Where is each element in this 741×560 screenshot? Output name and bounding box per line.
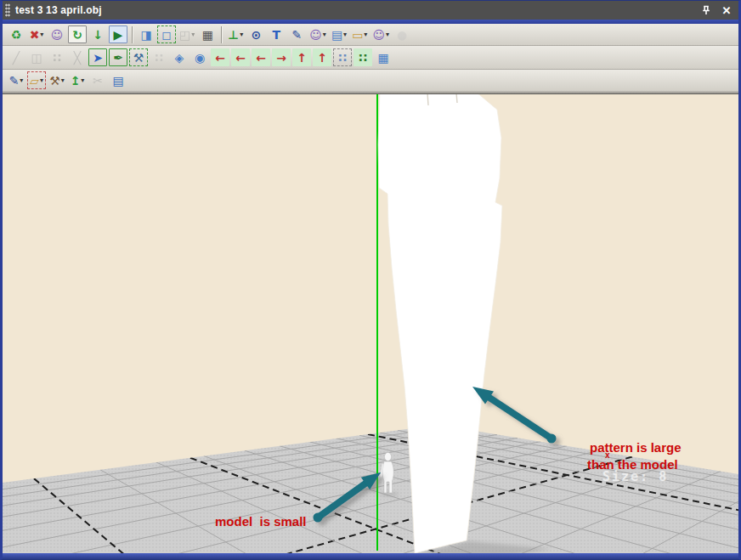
pattern-piece-tool-icon: ▱ bbox=[30, 75, 39, 87]
lift-piece-up-button[interactable]: ↑ bbox=[292, 48, 311, 66]
transform-tool-button[interactable]: ◰▾ bbox=[178, 25, 196, 43]
pin-icon[interactable] bbox=[699, 3, 713, 17]
properties-editor-icon: ▤ bbox=[112, 75, 123, 87]
close-garment-dropdown[interactable]: ▾ bbox=[40, 31, 43, 38]
transform-tool-dropdown[interactable]: ▾ bbox=[191, 31, 195, 38]
paint-tool-button[interactable]: ✒ bbox=[109, 48, 127, 66]
push-cube-right-button[interactable]: → bbox=[272, 48, 291, 66]
mesh-edit-tool-button[interactable]: ⚒ bbox=[129, 48, 148, 66]
toolbar-row-1: ♻✖▾☺↻↓▶◨◻◰▾▦⊥▾⊙T✎☺▾▤▾▭▾☺▾● bbox=[3, 24, 738, 46]
snap-tool-button[interactable]: ╱ bbox=[7, 48, 25, 66]
mesh-region-green-button[interactable]: ∷ bbox=[354, 48, 372, 66]
properties-editor-button[interactable]: ▤ bbox=[109, 71, 127, 89]
import-garment-icon: ↓ bbox=[93, 29, 103, 41]
refresh-scene-button[interactable]: ♻ bbox=[7, 25, 25, 43]
snap-tool-icon: ╱ bbox=[13, 52, 20, 64]
build-pattern-tool-button[interactable]: ⚒▾ bbox=[48, 71, 66, 89]
document-title: test 3 13 april.obj bbox=[15, 4, 102, 16]
vertical-axis-line bbox=[376, 94, 378, 551]
draw-line-tool-dropdown[interactable]: ▾ bbox=[20, 77, 23, 84]
avatar-edit-button[interactable]: ☺▾ bbox=[370, 25, 391, 43]
move-panel-left-icon: ← bbox=[215, 52, 225, 64]
build-pattern-tool-dropdown[interactable]: ▾ bbox=[61, 77, 65, 84]
model-size-annotation: model is small bbox=[215, 514, 307, 529]
pattern-piece-tool-button[interactable]: ▱▾ bbox=[27, 71, 46, 89]
cut-tool-icon: ✂ bbox=[93, 75, 103, 87]
mesh-region-button[interactable]: ∷ bbox=[333, 48, 352, 66]
arrange-pieces-button[interactable]: ∷ bbox=[48, 48, 66, 66]
display-settings-icon: ▤ bbox=[331, 29, 342, 41]
annotation-x-mark: x bbox=[605, 450, 610, 460]
viewport-canvas bbox=[3, 94, 738, 553]
export-pattern-tool-icon: ↥ bbox=[71, 75, 81, 87]
cylinder-view-icon: ◨ bbox=[140, 29, 151, 41]
display-settings-button[interactable]: ▤▾ bbox=[330, 25, 348, 43]
uv-grid-button[interactable]: ▦ bbox=[374, 48, 393, 66]
flip-tool-button[interactable]: ╳ bbox=[68, 48, 87, 66]
raise-cube-up-button[interactable]: ↑ bbox=[313, 48, 331, 66]
toolbar-row-3: ✎▾▱▾⚒▾↥▾✂▤ bbox=[3, 70, 738, 91]
run-simulation-button[interactable]: ▶ bbox=[109, 25, 127, 43]
export-pattern-tool-button[interactable]: ↥▾ bbox=[68, 71, 87, 89]
rotate-cylinder-icon: ◉ bbox=[195, 52, 205, 64]
avatar-tools-dropdown[interactable]: ▾ bbox=[323, 31, 326, 38]
avatar-window-button[interactable]: ☺ bbox=[48, 25, 66, 43]
move-piece-left-icon: ← bbox=[235, 52, 246, 64]
grid-tool-button[interactable]: ∷ bbox=[150, 48, 168, 66]
cylinder-view-button[interactable]: ◨ bbox=[137, 25, 156, 43]
flip-tool-icon: ╳ bbox=[74, 52, 81, 64]
push-cube-left-icon: ← bbox=[256, 52, 266, 64]
sync-samples-button[interactable]: ↻ bbox=[68, 25, 87, 43]
rotate-cylinder-button[interactable]: ◉ bbox=[190, 48, 209, 66]
select-tool-button[interactable]: ➤ bbox=[88, 48, 107, 66]
pen-tool-icon: ✎ bbox=[291, 29, 302, 41]
axis-widget-button[interactable]: ⊥▾ bbox=[226, 25, 245, 43]
cut-tool-button[interactable]: ✂ bbox=[88, 71, 107, 89]
texture-tool-button[interactable]: ▦ bbox=[198, 25, 217, 43]
size-overlay-label: Size: 8 bbox=[602, 469, 668, 484]
open-avatar-folder-button[interactable]: ▭▾ bbox=[350, 25, 369, 43]
push-cube-right-icon: → bbox=[276, 52, 286, 64]
move-piece-left-button[interactable]: ← bbox=[231, 48, 250, 66]
lift-piece-up-icon: ↑ bbox=[297, 52, 307, 64]
cylinder-select-button[interactable]: ◻ bbox=[157, 25, 176, 43]
pattern-piece-tool-dropdown[interactable]: ▾ bbox=[40, 77, 43, 84]
paint-tool-icon: ✒ bbox=[113, 52, 123, 64]
import-garment-button[interactable]: ↓ bbox=[88, 25, 107, 43]
push-cube-left-button[interactable]: ← bbox=[252, 48, 270, 66]
find-in-document-button[interactable]: ⊙ bbox=[246, 25, 265, 43]
text-tool-icon: T bbox=[272, 29, 280, 41]
move-panel-left-button[interactable]: ← bbox=[211, 48, 229, 66]
grid-tool-icon: ∷ bbox=[155, 52, 163, 64]
mesh-region-green-icon: ∷ bbox=[359, 52, 367, 64]
render-sphere-button[interactable]: ● bbox=[393, 25, 411, 43]
transform-tool-icon: ◰ bbox=[179, 29, 190, 41]
build-pattern-tool-icon: ⚒ bbox=[49, 75, 60, 87]
close-garment-button[interactable]: ✖▾ bbox=[27, 25, 46, 43]
avatar-tools-icon: ☺ bbox=[309, 29, 322, 41]
draw-line-tool-button[interactable]: ✎▾ bbox=[7, 71, 25, 89]
draw-line-tool-icon: ✎ bbox=[9, 75, 20, 87]
raise-cube-up-icon: ↑ bbox=[317, 52, 327, 64]
rotate-cube-icon: ◈ bbox=[175, 52, 184, 64]
refresh-scene-icon: ♻ bbox=[11, 29, 22, 41]
titlebar-grip-handle[interactable] bbox=[5, 3, 10, 17]
align-panels-button[interactable]: ◫ bbox=[27, 48, 46, 66]
text-tool-button[interactable]: T bbox=[267, 25, 286, 43]
avatar-edit-dropdown[interactable]: ▾ bbox=[386, 31, 389, 38]
axis-widget-dropdown[interactable]: ▾ bbox=[240, 31, 243, 38]
title-bar[interactable]: test 3 13 april.obj ✕ bbox=[3, 1, 738, 20]
3d-viewport[interactable]: model is small pattern is large than the… bbox=[3, 94, 738, 553]
mesh-edit-tool-icon: ⚒ bbox=[133, 52, 144, 64]
open-avatar-folder-dropdown[interactable]: ▾ bbox=[364, 31, 367, 38]
rotate-cube-button[interactable]: ◈ bbox=[170, 48, 189, 66]
align-panels-icon: ◫ bbox=[31, 52, 42, 64]
close-icon[interactable]: ✕ bbox=[720, 3, 733, 17]
toolbar-separator bbox=[132, 26, 133, 43]
display-settings-dropdown[interactable]: ▾ bbox=[343, 31, 347, 38]
sync-samples-icon: ↻ bbox=[72, 29, 82, 41]
pen-tool-button[interactable]: ✎ bbox=[287, 25, 306, 43]
export-pattern-tool-dropdown[interactable]: ▾ bbox=[81, 77, 84, 84]
avatar-edit-icon: ☺ bbox=[372, 29, 385, 41]
avatar-tools-button[interactable]: ☺▾ bbox=[308, 25, 328, 43]
